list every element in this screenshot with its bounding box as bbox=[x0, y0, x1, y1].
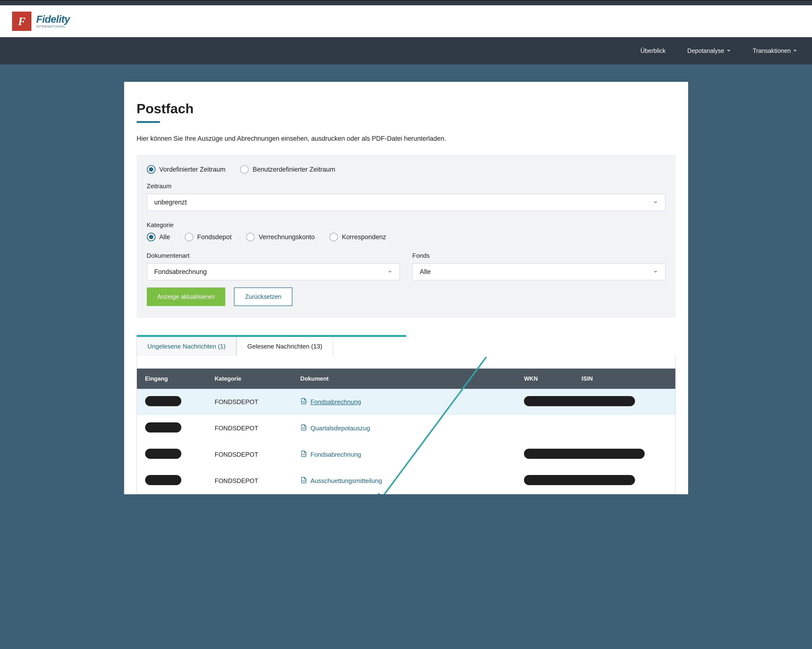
fonds-label: Fonds bbox=[412, 252, 665, 259]
cell-kategorie: FONDSDEPOT bbox=[206, 389, 292, 415]
document-name: Fondsabrechnung bbox=[310, 398, 361, 406]
fonds-select[interactable]: Alle bbox=[412, 263, 665, 280]
col-dokument: Dokument bbox=[292, 369, 516, 389]
nav-overview[interactable]: Überblick bbox=[640, 47, 665, 54]
redacted-date bbox=[145, 396, 181, 406]
cell-kategorie: FONDSDEPOT bbox=[206, 442, 292, 468]
period-mode-custom[interactable]: Benutzerdefinierter Zeitraum bbox=[240, 165, 335, 174]
category-fondsdepot[interactable]: Fondsdepot bbox=[185, 233, 232, 241]
nav-bar: Überblick Depotanalyse Transaktionen bbox=[0, 37, 812, 64]
redacted-date bbox=[145, 475, 181, 485]
topbar-dark-stripe bbox=[0, 0, 812, 5]
chevron-down-icon bbox=[793, 48, 798, 53]
content-outer: Postfach Hier können Sie Ihre Auszüge un… bbox=[0, 64, 812, 494]
chevron-down-icon bbox=[388, 268, 392, 276]
period-select-value: unbegrenzt bbox=[154, 199, 187, 206]
chevron-down-icon bbox=[653, 268, 658, 276]
brand-subtitle: INTERNATIONAL bbox=[36, 25, 70, 28]
cell-kategorie: FONDSDEPOT bbox=[206, 468, 292, 494]
document-link[interactable]: PDF Fondsabrechnung bbox=[301, 398, 361, 406]
col-wkn: WKN bbox=[516, 369, 573, 389]
period-mode-predefined[interactable]: Vordefinierter Zeitraum bbox=[147, 165, 226, 174]
page-description: Hier können Sie Ihre Auszüge und Abrechn… bbox=[137, 135, 676, 142]
svg-text:PDF: PDF bbox=[302, 454, 306, 456]
nav-depot-analysis-label: Depotanalyse bbox=[687, 47, 724, 54]
cell-kategorie: FONDSDEPOT bbox=[206, 415, 292, 442]
period-select[interactable]: unbegrenzt bbox=[147, 194, 665, 211]
radio-icon bbox=[329, 233, 338, 241]
svg-text:PDF: PDF bbox=[302, 401, 306, 403]
category-verrechnungskonto[interactable]: Verrechnungskonto bbox=[246, 233, 315, 241]
nav-depot-analysis[interactable]: Depotanalyse bbox=[687, 47, 731, 54]
update-button[interactable]: Anzeige aktualisieren bbox=[147, 288, 226, 306]
doc-type-label: Dokumentenart bbox=[147, 252, 400, 259]
filter-box: Vordefinierter Zeitraum Benutzerdefinier… bbox=[137, 155, 676, 318]
col-kategorie: Kategorie bbox=[206, 369, 292, 389]
redacted-date bbox=[145, 422, 181, 433]
table-row: FONDSDEPOT PDF Ausschuettungsmitteilung bbox=[137, 468, 675, 494]
table-row: FONDSDEPOT PDF Fondsabrechnung bbox=[137, 389, 675, 415]
tab-read[interactable]: Gelesene Nachrichten (13) bbox=[237, 335, 333, 356]
document-name: Quartalsdepotauszug bbox=[310, 425, 370, 432]
pdf-icon: PDF bbox=[301, 424, 307, 433]
brand-logo[interactable]: F bbox=[12, 12, 31, 31]
redacted-date bbox=[145, 449, 181, 459]
redacted-wkn-isin bbox=[524, 449, 645, 459]
svg-text:PDF: PDF bbox=[302, 480, 306, 482]
radio-icon bbox=[185, 233, 194, 241]
pdf-icon: PDF bbox=[301, 477, 307, 485]
category-label: Kategorie bbox=[147, 221, 665, 229]
category-fondsdepot-label: Fondsdepot bbox=[197, 233, 232, 241]
chevron-down-icon bbox=[653, 199, 658, 206]
table-row: FONDSDEPOT PDF Fondsabrechnung bbox=[137, 442, 675, 468]
radio-icon bbox=[147, 165, 156, 174]
brand-bar: F Fidelity INTERNATIONAL bbox=[0, 5, 812, 37]
doc-type-value: Fondsabrechnung bbox=[154, 268, 207, 276]
col-isin: ISIN bbox=[574, 369, 675, 389]
svg-text:PDF: PDF bbox=[302, 427, 306, 429]
category-verrechnungskonto-label: Verrechnungskonto bbox=[259, 233, 315, 241]
pdf-icon: PDF bbox=[301, 398, 307, 406]
document-link[interactable]: PDF Ausschuettungsmitteilung bbox=[301, 477, 382, 485]
reset-button[interactable]: Zurücksetzen bbox=[234, 288, 292, 306]
brand-name: Fidelity bbox=[36, 14, 70, 24]
messages-table-wrap: Eingang Kategorie Dokument WKN ISIN FOND… bbox=[137, 356, 676, 494]
chevron-down-icon bbox=[726, 48, 731, 53]
category-all[interactable]: Alle bbox=[147, 233, 170, 241]
radio-icon bbox=[246, 233, 255, 241]
radio-icon bbox=[240, 165, 249, 174]
tab-unread[interactable]: Ungelesene Nachrichten (1) bbox=[137, 335, 237, 356]
document-link[interactable]: PDF Fondsabrechnung bbox=[301, 450, 361, 459]
table-row: FONDSDEPOT PDF Quartalsdepotauszug bbox=[137, 415, 675, 442]
redacted-wkn-isin bbox=[524, 475, 635, 485]
category-korrespondenz[interactable]: Korrespondenz bbox=[329, 233, 386, 241]
title-underline bbox=[137, 121, 160, 123]
pdf-icon: PDF bbox=[301, 450, 307, 459]
category-all-label: Alle bbox=[159, 233, 170, 241]
document-name: Ausschuettungsmitteilung bbox=[310, 477, 382, 484]
col-eingang: Eingang bbox=[137, 369, 207, 389]
category-korrespondenz-label: Korrespondenz bbox=[342, 233, 386, 241]
tabs-row: Ungelesene Nachrichten (1) Gelesene Nach… bbox=[137, 335, 676, 356]
document-name: Fondsabrechnung bbox=[310, 451, 361, 459]
nav-transactions-label: Transaktionen bbox=[753, 47, 791, 54]
doc-type-select[interactable]: Fondsabrechnung bbox=[147, 263, 400, 280]
redacted-wkn-isin bbox=[524, 396, 635, 406]
content-panel: Postfach Hier können Sie Ihre Auszüge un… bbox=[124, 82, 688, 494]
period-mode-custom-label: Benutzerdefinierter Zeitraum bbox=[253, 166, 335, 173]
brand-text: Fidelity INTERNATIONAL bbox=[36, 14, 70, 28]
page-title: Postfach bbox=[137, 101, 676, 116]
period-mode-radio-group: Vordefinierter Zeitraum Benutzerdefinier… bbox=[147, 165, 665, 174]
radio-icon bbox=[147, 233, 156, 241]
period-label: Zeitraum bbox=[147, 183, 665, 190]
nav-overview-label: Überblick bbox=[640, 47, 665, 54]
document-link[interactable]: PDF Quartalsdepotauszug bbox=[301, 424, 370, 433]
period-mode-predefined-label: Vordefinierter Zeitraum bbox=[159, 166, 226, 173]
nav-transactions[interactable]: Transaktionen bbox=[753, 47, 798, 54]
brand-logo-letter: F bbox=[18, 15, 26, 28]
fonds-value: Alle bbox=[420, 268, 431, 276]
category-radio-group: Alle Fondsdepot Verrechnungskonto Korres… bbox=[147, 233, 665, 241]
messages-table: Eingang Kategorie Dokument WKN ISIN FOND… bbox=[137, 369, 675, 494]
